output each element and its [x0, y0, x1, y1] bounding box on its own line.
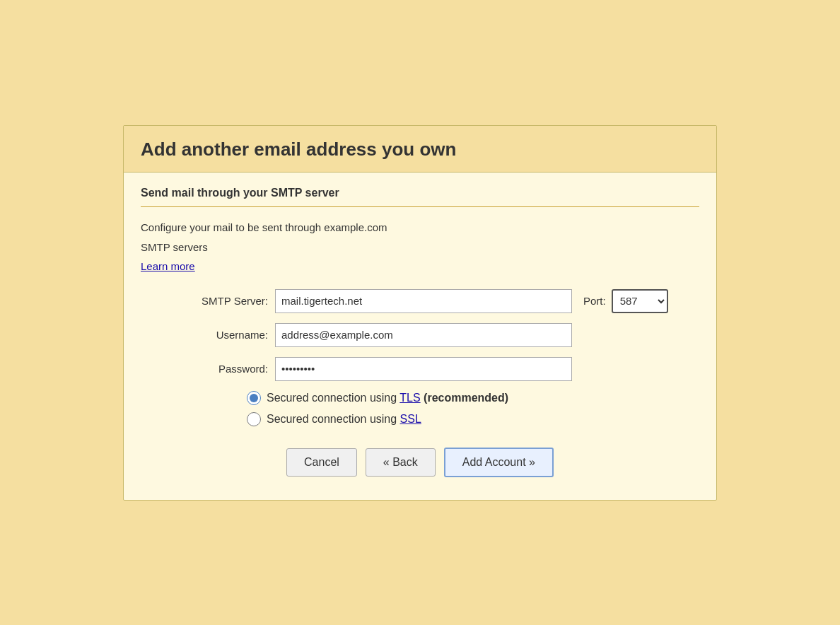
- dialog-content: Send mail through your SMTP server Confi…: [124, 173, 716, 500]
- form-section: SMTP Server: Port: 587 25 465 Username:: [169, 289, 699, 381]
- password-label: Password:: [169, 363, 268, 375]
- dialog-title: Add another email address you own: [124, 126, 716, 173]
- dialog-box: Add another email address you own Send m…: [123, 125, 717, 501]
- button-row: Cancel « Back Add Account »: [141, 448, 699, 483]
- page-background: Add another email address you own Send m…: [0, 0, 840, 625]
- description-line1: Configure your mail to be sent through e…: [141, 220, 699, 236]
- ssl-label-before: Secured connection using: [267, 413, 400, 425]
- cancel-button[interactable]: Cancel: [286, 448, 357, 477]
- learn-more-link[interactable]: Learn more: [141, 260, 195, 272]
- username-label: Username:: [169, 329, 268, 341]
- tls-radio-row: Secured connection using TLS (recommende…: [247, 391, 699, 405]
- tls-label-before: Secured connection using: [267, 392, 399, 404]
- description-line2: SMTP servers: [141, 240, 699, 256]
- username-input[interactable]: [275, 323, 572, 347]
- section-header: Send mail through your SMTP server: [141, 187, 699, 207]
- smtp-server-label: SMTP Server:: [169, 295, 268, 307]
- password-input[interactable]: [275, 357, 572, 381]
- dialog-title-text: Add another email address you own: [141, 139, 456, 160]
- ssl-radio-row: Secured connection using SSL: [247, 412, 699, 426]
- tls-label: Secured connection using TLS (recommende…: [267, 392, 508, 404]
- ssl-link[interactable]: SSL: [400, 413, 421, 425]
- port-select[interactable]: 587 25 465: [612, 289, 668, 313]
- add-account-button[interactable]: Add Account »: [444, 448, 554, 477]
- tls-radio[interactable]: [247, 391, 261, 405]
- username-row: Username:: [169, 323, 699, 347]
- smtp-server-input[interactable]: [275, 289, 572, 313]
- port-label: Port:: [583, 295, 606, 307]
- tls-recommended: (recommended): [421, 392, 508, 404]
- smtp-server-row: SMTP Server: Port: 587 25 465: [169, 289, 699, 313]
- radio-section: Secured connection using TLS (recommende…: [247, 391, 699, 426]
- back-button[interactable]: « Back: [366, 448, 436, 477]
- ssl-radio[interactable]: [247, 412, 261, 426]
- tls-link[interactable]: TLS: [399, 392, 420, 404]
- password-row: Password:: [169, 357, 699, 381]
- ssl-label: Secured connection using SSL: [267, 413, 421, 426]
